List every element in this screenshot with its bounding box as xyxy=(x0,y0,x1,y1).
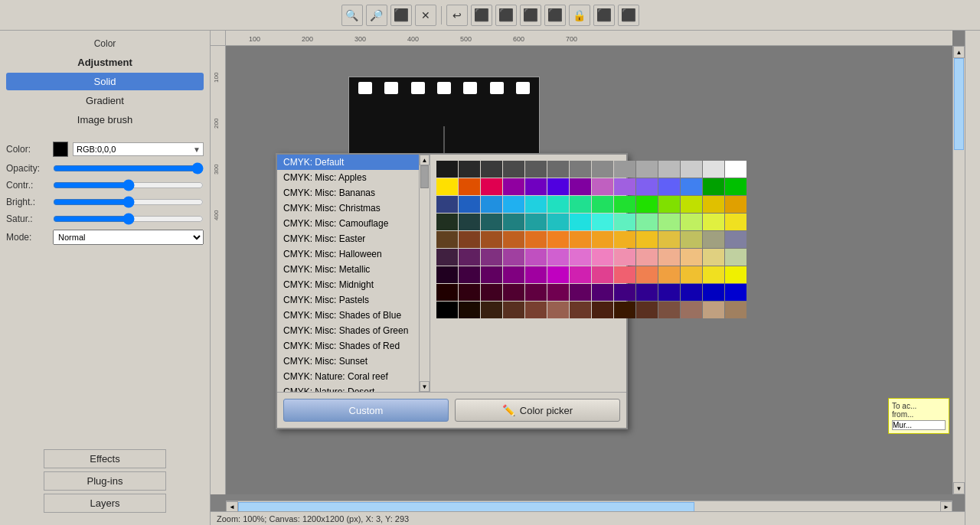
list-item[interactable]: CMYK: Misc: Shades of Red xyxy=(277,338,430,354)
color-swatch[interactable] xyxy=(614,196,635,213)
flip-h-button[interactable]: ⬛ xyxy=(495,5,517,26)
close-transform-button[interactable]: ✕ xyxy=(415,5,436,26)
color-swatch[interactable] xyxy=(681,284,702,301)
color-swatch[interactable] xyxy=(658,178,680,195)
color-swatch[interactable] xyxy=(725,196,746,213)
color-swatch[interactable] xyxy=(481,231,502,248)
list-item[interactable]: CMYK: Nature: Coral reef xyxy=(277,369,430,384)
color-swatch[interactable] xyxy=(681,178,702,195)
image-brush-button[interactable]: Image brush xyxy=(6,111,204,129)
list-item[interactable]: CMYK: Misc: Shades of Green xyxy=(277,323,430,338)
color-swatch[interactable] xyxy=(436,161,458,178)
color-swatch[interactable] xyxy=(636,231,658,248)
scroll-up-button[interactable]: ▲ xyxy=(953,46,965,58)
color-swatch[interactable] xyxy=(436,249,458,266)
scroll-thumb-v[interactable] xyxy=(954,58,964,150)
color-swatch[interactable] xyxy=(703,249,724,266)
color-swatch[interactable] xyxy=(658,214,680,230)
color-swatch[interactable] xyxy=(681,231,702,248)
color-swatch[interactable] xyxy=(459,284,480,301)
color-swatch[interactable] xyxy=(681,302,702,318)
list-item[interactable]: CMYK: Default xyxy=(277,155,430,170)
vertical-scrollbar[interactable]: ▲ ▼ xyxy=(952,46,965,494)
list-item[interactable]: CMYK: Misc: Christmas xyxy=(277,201,430,216)
color-swatch[interactable] xyxy=(658,266,680,283)
color-swatch[interactable] xyxy=(703,161,724,178)
color-swatch[interactable] xyxy=(525,161,547,178)
color-swatch[interactable] xyxy=(636,249,658,266)
color-swatch[interactable] xyxy=(703,178,724,195)
color-swatch[interactable] xyxy=(436,302,458,318)
color-swatch[interactable] xyxy=(592,266,613,283)
color-swatch[interactable] xyxy=(503,214,524,230)
contrast-slider[interactable] xyxy=(53,179,204,191)
color-swatch[interactable] xyxy=(525,302,547,318)
zoom-in-button[interactable]: 🔍 xyxy=(341,5,363,26)
color-swatch[interactable] xyxy=(503,249,524,266)
color-swatch[interactable] xyxy=(681,196,702,213)
color-swatch[interactable] xyxy=(436,231,458,248)
color-palette-list[interactable]: CMYK: DefaultCMYK: Misc: ApplesCMYK: Mis… xyxy=(277,155,430,392)
color-swatch[interactable] xyxy=(570,161,591,178)
color-swatch[interactable] xyxy=(725,214,746,230)
color-swatch[interactable] xyxy=(547,284,569,301)
list-item[interactable]: CMYK: Nature: Desert xyxy=(277,384,430,392)
list-item[interactable]: CMYK: Misc: Bananas xyxy=(277,185,430,201)
transform-button[interactable]: ⬛ xyxy=(618,5,639,26)
rotate-button[interactable]: ↩ xyxy=(446,5,468,26)
color-swatch[interactable] xyxy=(503,196,524,213)
color-swatch[interactable] xyxy=(547,178,569,195)
color-swatch[interactable] xyxy=(592,178,613,195)
list-scroll-up-button[interactable]: ▲ xyxy=(420,155,430,165)
gradient-button[interactable]: Gradient xyxy=(6,92,204,109)
copy-button[interactable]: ⬛ xyxy=(544,5,566,26)
color-swatch[interactable] xyxy=(481,214,502,230)
color-swatch[interactable] xyxy=(681,266,702,283)
color-swatch[interactable] xyxy=(703,266,724,283)
color-swatch[interactable] xyxy=(592,284,613,301)
color-swatch[interactable] xyxy=(703,196,724,213)
color-swatch[interactable] xyxy=(658,196,680,213)
color-swatch[interactable] xyxy=(436,266,458,283)
list-item[interactable]: CMYK: Misc: Easter xyxy=(277,231,430,246)
saturation-slider[interactable] xyxy=(53,213,204,225)
color-swatch[interactable] xyxy=(658,231,680,248)
color-swatch[interactable] xyxy=(503,161,524,178)
color-swatch[interactable] xyxy=(614,214,635,230)
color-swatch[interactable] xyxy=(481,249,502,266)
color-swatch[interactable] xyxy=(725,178,746,195)
list-item[interactable]: CMYK: Misc: Sunset xyxy=(277,354,430,369)
color-swatch[interactable] xyxy=(436,214,458,230)
crop-button[interactable]: ⬛ xyxy=(471,5,492,26)
lock-button[interactable]: 🔒 xyxy=(569,5,590,26)
color-swatch[interactable] xyxy=(592,161,613,178)
scroll-down-button[interactable]: ▼ xyxy=(953,482,965,494)
color-picker-button[interactable]: ✏️ Color picker xyxy=(455,399,620,422)
color-swatch[interactable] xyxy=(459,196,480,213)
color-swatch[interactable] xyxy=(592,231,613,248)
color-swatch[interactable] xyxy=(658,161,680,178)
color-swatch[interactable] xyxy=(681,161,702,178)
color-swatch[interactable] xyxy=(614,302,635,318)
color-swatch[interactable] xyxy=(525,214,547,230)
color-swatch[interactable] xyxy=(725,249,746,266)
color-swatch[interactable] xyxy=(725,161,746,178)
color-swatch[interactable] xyxy=(636,266,658,283)
custom-button[interactable]: Custom xyxy=(283,399,449,422)
list-item[interactable]: CMYK: Misc: Apples xyxy=(277,170,430,185)
color-swatch[interactable] xyxy=(592,302,613,318)
color-swatch[interactable] xyxy=(658,302,680,318)
color-swatch[interactable] xyxy=(481,196,502,213)
color-swatch[interactable] xyxy=(681,214,702,230)
color-swatch[interactable] xyxy=(525,196,547,213)
note-input[interactable] xyxy=(892,420,946,430)
color-swatch[interactable] xyxy=(725,266,746,283)
plugins-button[interactable]: Plug-ins xyxy=(44,471,166,491)
color-swatch[interactable] xyxy=(459,214,480,230)
color-swatch[interactable] xyxy=(503,266,524,283)
color-swatch[interactable] xyxy=(636,284,658,301)
color-swatch[interactable] xyxy=(503,284,524,301)
list-item[interactable]: CMYK: Misc: Midnight xyxy=(277,277,430,292)
color-swatch[interactable] xyxy=(436,196,458,213)
color-swatch[interactable] xyxy=(614,178,635,195)
